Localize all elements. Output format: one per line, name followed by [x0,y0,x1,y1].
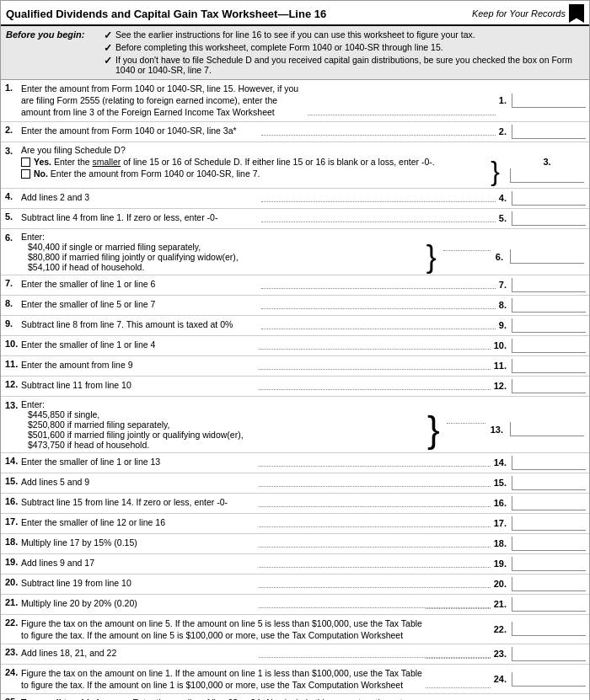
line-9-input[interactable] [512,318,586,333]
line-8-input[interactable] [512,298,586,313]
bracket-6: } [423,242,440,272]
line-17-input[interactable] [512,516,586,531]
line-7: 7. Enter the smaller of line 1 or line 6… [1,275,589,296]
line-19-num: 19. [1,554,19,574]
line-20-input[interactable] [512,577,586,591]
line-18-right: 18. [492,534,589,553]
line-13-content: Enter: $445,850 if single, $250,800 if m… [19,397,589,452]
line-5-num: 5. [1,209,19,228]
line-15-input[interactable] [512,476,586,490]
main-title: Qualified Dividends and Capital Gain Tax… [6,8,326,20]
line-18-dots [257,534,491,553]
line-21-desc: Multiply line 20 by 20% (0.20) [19,595,257,614]
line-4-dots [260,189,496,208]
keep-records: Keep for Your Records [472,4,584,23]
line-22: 22. Figure the tax on the amount on line… [1,615,589,644]
checkmark-1: ✓ [104,29,112,41]
line-3-content: Are you filing Schedule D? Yes. Enter th… [19,142,589,188]
before-begin-section: Before you begin: ✓ See the earlier inst… [1,26,589,80]
line-21-right: 21. [492,595,589,614]
line-10: 10. Enter the smaller of line 1 or line … [1,336,589,356]
line-25: 25. Tax on all taxable income. Enter the… [1,694,589,700]
line-19-input[interactable] [512,557,586,571]
line-21: 21. Multiply line 20 by 20% (0.20) 21. [1,595,589,615]
line-2-input[interactable] [512,125,586,139]
line-3-yes-row: Yes. Enter the smaller of line 15 or 16 … [21,157,484,167]
line-21-input[interactable] [512,597,586,612]
line-23-dots [257,644,491,664]
line-6-input[interactable] [510,249,584,264]
line-23-ref: 23. [492,649,508,659]
line-6: 6. Enter: $40,400 if single or married f… [1,229,589,275]
line-3-input[interactable] [510,168,584,183]
line-15-dots [257,473,491,493]
line-17-desc: Enter the smaller of line 12 or line 16 [19,514,257,533]
line-9-dots [260,316,496,335]
line-8-ref: 8. [497,300,508,310]
line-13-bracket-group: $445,850 if single, $250,800 if married … [21,409,587,450]
line-16-dots [257,494,491,513]
line-13-input[interactable] [510,422,584,436]
line-16-desc: Subtract line 15 from line 14. If zero o… [19,494,257,513]
line-8-dots [260,296,496,315]
line-12-desc: Subtract line 11 from line 10 [19,377,257,396]
line-24-desc: Figure the tax on the amount on line 1. … [19,665,424,693]
line-22-input[interactable] [512,622,586,636]
line-2: 2. Enter the amount from Form 1040 or 10… [1,122,589,142]
line-25-num: 25. [1,694,19,700]
line-11-ref: 11. [492,361,508,371]
line-12: 12. Subtract line 11 from line 10 12. [1,377,589,397]
line-21-num: 21. [1,595,19,614]
line-13-item-3: $501,600 if married filing jointly or qu… [28,430,422,440]
line-1-num: 1. [1,80,19,121]
line-3-ref: 3. [541,157,552,167]
line-23-desc: Add lines 18, 21, and 22 [19,644,257,664]
line-20-ref: 20. [492,579,508,589]
checkmark-2: ✓ [104,42,112,54]
line-22-num: 22. [1,615,19,630]
line-17-ref: 17. [492,518,508,528]
line-14-input[interactable] [512,456,586,470]
line-7-input[interactable] [512,278,586,292]
line-13-item-1: $445,850 if single, [28,409,422,419]
before-begin-item-3: ✓ If you don't have to file Schedule D a… [104,55,584,75]
line-16-input[interactable] [512,496,586,510]
line-6-item-1: $40,400 if single or married filing sepa… [28,242,421,252]
line-1-input[interactable] [512,94,586,108]
worksheet-body: 1. Enter the amount from Form 1040 or 10… [1,80,589,700]
line-13-item-2: $250,800 if married filing separately, [28,419,422,430]
line-13-ref: 13. [489,425,505,435]
line-18-input[interactable] [512,537,586,551]
line-19-ref: 19. [492,558,508,569]
line-5-input[interactable] [512,211,586,226]
line-14-desc: Enter the smaller of line 1 or line 13 [19,453,257,473]
checkbox-yes[interactable] [21,158,30,167]
line-5-dots [260,209,496,228]
checkbox-no[interactable] [21,169,30,179]
line-15-ref: 15. [492,478,508,488]
line-21-dots [257,595,491,614]
line-10-num: 10. [1,336,19,355]
line-6-bracket-group: $40,400 if single or married filing sepa… [21,242,587,272]
line-9-ref: 9. [497,320,508,330]
line-19-desc: Add lines 9 and 17 [19,554,257,574]
line-3-yes-text: Yes. Enter the smaller of line 15 or 16 … [34,157,435,167]
line-7-desc: Enter the smaller of line 1 or line 6 [19,275,260,295]
line-10-input[interactable] [512,339,586,353]
line-12-input[interactable] [512,379,586,393]
line-11: 11. Enter the amount from line 9 11. [1,356,589,377]
line-7-num: 7. [1,275,19,295]
line-23-input[interactable] [512,647,586,661]
line-24-input[interactable] [512,672,586,687]
keep-records-text: Keep for Your Records [472,8,566,19]
line-9-desc: Subtract line 8 from line 7. This amount… [19,316,260,335]
line-24-num: 24. [1,665,19,680]
line-4-input[interactable] [512,191,586,206]
line-11-input[interactable] [512,359,586,373]
line-3-right: 3. [507,157,587,185]
line-15-num: 15. [1,473,19,493]
header: Qualified Dividends and Capital Gain Tax… [1,1,589,26]
line-24-ref: 24. [492,674,508,684]
line-6-content: Enter: $40,400 if single or married fili… [19,229,589,275]
line-14-dots [257,453,491,473]
